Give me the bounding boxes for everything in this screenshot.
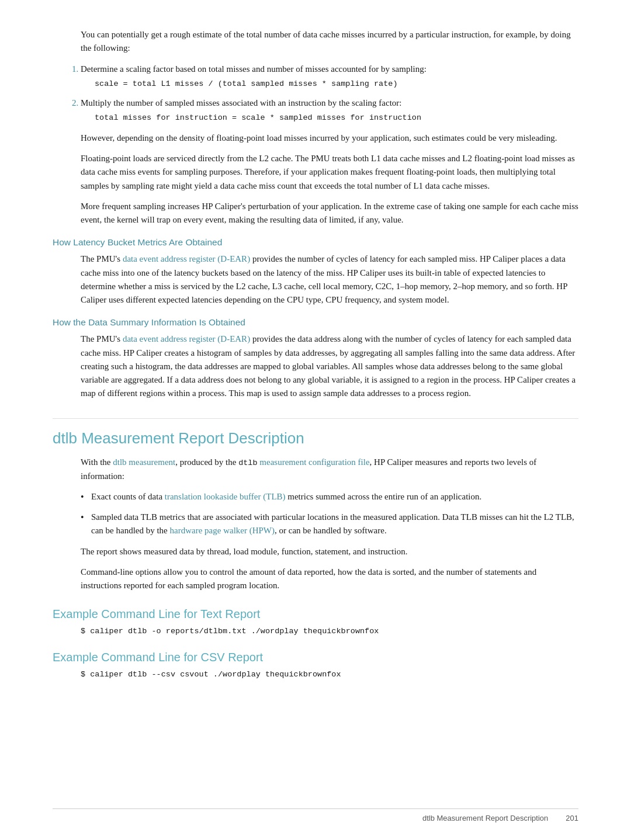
bullet-1-suffix: metrics summed across the entire run of … xyxy=(286,492,482,501)
latency-link[interactable]: data event address register (D-EAR) xyxy=(123,254,250,263)
data-summary-link[interactable]: data event address register (D-EAR) xyxy=(123,334,250,343)
latency-paragraph: The PMU's data event address register (D… xyxy=(81,252,578,307)
bullet-2-link[interactable]: hardware page walker (HPW) xyxy=(170,526,275,535)
dtlb-intro-paragraph: With the dtlb measurement, produced by t… xyxy=(81,456,578,483)
however-paragraph: However, depending on the density of flo… xyxy=(81,131,578,145)
example-csv-heading: Example Command Line for CSV Report xyxy=(53,651,578,664)
dtlb-link1[interactable]: dtlb measurement xyxy=(113,457,175,467)
example-text-cmd: $ caliper dtlb -o reports/dtlbm.txt ./wo… xyxy=(81,627,578,636)
dtlb-para1: The report shows measured data by thread… xyxy=(81,545,578,558)
dtlb-intro-mid1: , produced by the xyxy=(175,457,238,467)
list-item-1-text: Determine a scaling factor based on tota… xyxy=(81,64,427,74)
data-summary-heading: How the Data Summary Information Is Obta… xyxy=(53,317,578,328)
list-item-2-sub: total misses for instruction = scale * s… xyxy=(95,112,578,124)
bullet-1-prefix: Exact counts of data xyxy=(91,492,165,501)
dtlb-heading: dtlb Measurement Report Description xyxy=(53,418,578,447)
data-summary-prefix: The PMU's xyxy=(81,334,123,343)
data-summary-paragraph: The PMU's data event address register (D… xyxy=(81,332,578,400)
numbered-list: Determine a scaling factor based on tota… xyxy=(81,63,578,124)
example-text-heading: Example Command Line for Text Report xyxy=(53,608,578,621)
list-item-1: Determine a scaling factor based on tota… xyxy=(81,63,578,91)
list-item-2-text: Multiply the number of sampled misses as… xyxy=(81,98,401,107)
bullet-item-2: Sampled data TLB metrics that are associ… xyxy=(81,511,578,538)
dtlb-para2: Command-line options allow you to contro… xyxy=(81,565,578,593)
bullet-item-1: Exact counts of data translation lookasi… xyxy=(81,490,578,504)
dtlb-code1: dtlb xyxy=(238,459,257,467)
page-content: You can potentially get a rough estimate… xyxy=(0,0,631,731)
latency-prefix: The PMU's xyxy=(81,254,123,263)
dtlb-link2[interactable]: measurement configuration file xyxy=(259,457,369,467)
list-item-2: Multiply the number of sampled misses as… xyxy=(81,96,578,124)
data-summary-suffix: provides the data address along with the… xyxy=(81,334,575,398)
bullet-1-link[interactable]: translation lookaside buffer (TLB) xyxy=(165,492,286,501)
intro-paragraph: You can potentially get a rough estimate… xyxy=(81,28,578,55)
floating-paragraph: Floating-point loads are serviced direct… xyxy=(81,152,578,193)
dtlb-bullet-list: Exact counts of data translation lookasi… xyxy=(81,490,578,538)
latency-heading: How Latency Bucket Metrics Are Obtained xyxy=(53,237,578,248)
page-footer: dtlb Measurement Report Description 201 xyxy=(53,808,578,822)
list-item-1-sub: scale = total L1 misses / (total sampled… xyxy=(95,78,578,91)
footer-page: 201 xyxy=(566,814,578,822)
example-csv-cmd: $ caliper dtlb --csv csvout ./wordplay t… xyxy=(81,670,578,679)
bullet-2-suffix: , or can be handled by software. xyxy=(275,526,387,535)
footer-text: dtlb Measurement Report Description xyxy=(422,814,548,822)
dtlb-intro-prefix: With the xyxy=(81,457,113,467)
more-frequent-paragraph: More frequent sampling increases HP Cali… xyxy=(81,200,578,227)
